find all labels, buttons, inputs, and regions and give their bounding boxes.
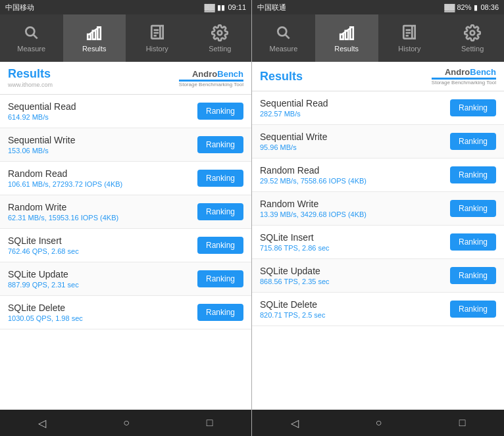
- right-row-0-value: 282.57 MB/s: [260, 110, 450, 118]
- right-row-5-name: SQLite Update: [260, 266, 450, 276]
- right-row-2-info: Random Read 29.52 MB/s, 7558.66 IOPS (4K…: [260, 165, 450, 185]
- right-row-3: Random Write 13.39 MB/s, 3429.68 IOPS (4…: [252, 192, 504, 226]
- right-androbench-logo: AndroBench Storage Benchmarking Tool: [432, 67, 496, 85]
- right-row-1-info: Sequential Write 95.96 MB/s: [260, 132, 450, 151]
- right-row-4-name: SQLite Insert: [260, 232, 450, 243]
- left-signal-icon: ▓▓: [204, 3, 214, 11]
- right-results-title: Results: [260, 70, 303, 84]
- left-row-1: Sequential Write 153.06 MB/s Ranking: [0, 128, 251, 162]
- right-ranking-btn-2[interactable]: Ranking: [450, 166, 496, 183]
- left-logo-andro: Andro: [192, 69, 217, 79]
- right-row-5-value: 868.56 TPS, 2.35 sec: [260, 278, 450, 285]
- right-row-3-info: Random Write 13.39 MB/s, 3429.68 IOPS (4…: [260, 199, 450, 218]
- right-bench-list: Sequential Read 282.57 MB/s Ranking Sequ…: [252, 91, 504, 326]
- left-nav-results[interactable]: Results: [63, 14, 126, 62]
- svg-rect-2: [88, 34, 91, 39]
- left-row-1-name: Sequential Write: [8, 135, 197, 145]
- right-time: 08:36: [480, 3, 499, 11]
- right-nav-history[interactable]: History: [378, 14, 441, 62]
- right-back-btn[interactable]: ◁: [280, 414, 309, 432]
- right-row-2-name: Random Read: [260, 165, 450, 176]
- right-row-0: Sequential Read 282.57 MB/s Ranking: [252, 91, 504, 125]
- right-row-4-info: SQLite Insert 715.86 TPS, 2.86 sec: [260, 232, 450, 252]
- right-home-btn[interactable]: ○: [365, 414, 393, 431]
- right-signal-icon: ▓▓ 82%: [444, 3, 471, 11]
- svg-rect-4: [98, 27, 101, 39]
- right-row-4: SQLite Insert 715.86 TPS, 2.86 sec Ranki…: [252, 226, 504, 259]
- right-row-3-name: Random Write: [260, 199, 450, 209]
- right-row-4-value: 715.86 TPS, 2.86 sec: [260, 244, 450, 252]
- svg-line-11: [286, 35, 290, 39]
- right-content: Results AndroBench Storage Benchmarking …: [252, 62, 504, 410]
- left-nav-measure-label: Measure: [17, 45, 45, 53]
- left-row-2-value: 106.61 MB/s, 27293.72 IOPS (4KB): [8, 180, 197, 188]
- left-nav-bar: Measure Results: [0, 14, 251, 62]
- left-row-0: Sequential Read 614.92 MB/s Ranking: [0, 95, 251, 128]
- right-row-2-value: 29.52 MB/s, 7558.66 IOPS (4KB): [260, 177, 450, 185]
- left-row-3-info: Random Write 62.31 MB/s, 15953.16 IOPS (…: [8, 202, 197, 222]
- left-ranking-btn-6[interactable]: Ranking: [197, 304, 243, 321]
- right-row-0-info: Sequential Read 282.57 MB/s: [260, 98, 450, 118]
- right-row-6-name: SQLite Delete: [260, 299, 450, 310]
- left-ranking-btn-5[interactable]: Ranking: [197, 270, 243, 287]
- left-ranking-btn-0[interactable]: Ranking: [197, 103, 243, 120]
- right-results-header: Results AndroBench Storage Benchmarking …: [252, 62, 504, 91]
- left-row-3-name: Random Write: [8, 202, 197, 212]
- left-content: Results www.ithome.com AndroBench Storag…: [0, 62, 251, 410]
- left-row-5: SQLite Update 887.99 QPS, 2.31 sec Ranki…: [0, 262, 251, 296]
- right-row-6-info: SQLite Delete 820.71 TPS, 2.5 sec: [260, 299, 450, 319]
- left-home-btn[interactable]: ○: [113, 414, 140, 431]
- left-row-1-info: Sequential Write 153.06 MB/s: [8, 135, 197, 155]
- left-watermark: www.ithome.com: [8, 81, 53, 89]
- left-logo-bench: Bench: [217, 69, 243, 79]
- left-carrier: 中国移动: [5, 3, 34, 12]
- right-ranking-btn-0[interactable]: Ranking: [450, 99, 496, 116]
- left-time: 09:11: [228, 3, 246, 11]
- left-ranking-btn-3[interactable]: Ranking: [197, 203, 243, 220]
- right-row-1-name: Sequential Write: [260, 132, 450, 142]
- right-ranking-btn-4[interactable]: Ranking: [450, 233, 496, 251]
- left-nav-history[interactable]: History: [126, 14, 189, 62]
- left-back-btn[interactable]: ◁: [28, 414, 57, 432]
- left-battery-icon: ▮▮: [217, 3, 225, 12]
- left-row-5-value: 887.99 QPS, 2.31 sec: [8, 281, 197, 289]
- right-logo-sub: Storage Benchmarking Tool: [432, 80, 496, 85]
- right-nav-measure[interactable]: Measure: [252, 14, 315, 62]
- right-logo-andro: Andro: [445, 67, 470, 77]
- left-row-6-value: 1030.05 QPS, 1.98 sec: [8, 314, 197, 322]
- left-row-4-name: SQLite Insert: [8, 235, 197, 246]
- right-ranking-btn-5[interactable]: Ranking: [450, 267, 496, 284]
- left-ranking-btn-4[interactable]: Ranking: [197, 237, 243, 254]
- left-row-1-value: 153.06 MB/s: [8, 147, 197, 155]
- left-row-0-name: Sequential Read: [8, 101, 197, 112]
- left-ranking-btn-2[interactable]: Ranking: [197, 170, 243, 187]
- chart-icon: [85, 24, 103, 42]
- left-nav-results-label: Results: [82, 45, 107, 53]
- left-recents-btn[interactable]: □: [196, 414, 224, 431]
- right-ranking-btn-6[interactable]: Ranking: [450, 301, 496, 318]
- right-ranking-btn-3[interactable]: Ranking: [450, 200, 496, 217]
- right-search-icon: [274, 24, 293, 42]
- left-nav-setting[interactable]: Setting: [189, 14, 252, 62]
- left-bench-list: Sequential Read 614.92 MB/s Ranking Sequ…: [0, 95, 251, 329]
- left-row-3-value: 62.31 MB/s, 15953.16 IOPS (4KB): [8, 214, 197, 222]
- left-row-6: SQLite Delete 1030.05 QPS, 1.98 sec Rank…: [0, 296, 251, 329]
- left-ranking-btn-1[interactable]: Ranking: [197, 136, 243, 153]
- left-nav-measure[interactable]: Measure: [0, 14, 63, 62]
- right-recents-btn[interactable]: □: [449, 414, 476, 431]
- left-row-4-value: 762.46 QPS, 2.68 sec: [8, 247, 197, 255]
- right-nav-setting[interactable]: Setting: [441, 14, 504, 62]
- left-results-title: Results www.ithome.com: [8, 67, 53, 89]
- right-results-title-wrap: Results: [260, 70, 303, 84]
- svg-point-10: [278, 27, 286, 36]
- right-nav-bar: Measure Results: [252, 14, 504, 62]
- right-row-5-info: SQLite Update 868.56 TPS, 2.35 sec: [260, 266, 450, 285]
- right-nav-results[interactable]: Results: [315, 14, 378, 62]
- left-row-0-info: Sequential Read 614.92 MB/s: [8, 101, 197, 121]
- left-nav-setting-label: Setting: [209, 45, 231, 53]
- left-row-4-info: SQLite Insert 762.46 QPS, 2.68 sec: [8, 235, 197, 255]
- right-row-1: Sequential Write 95.96 MB/s Ranking: [252, 125, 504, 158]
- left-panel: 中国移动 ▓▓ ▮▮ 09:11 Measure: [0, 0, 252, 436]
- left-row-5-name: SQLite Update: [8, 269, 197, 279]
- right-ranking-btn-1[interactable]: Ranking: [450, 133, 496, 150]
